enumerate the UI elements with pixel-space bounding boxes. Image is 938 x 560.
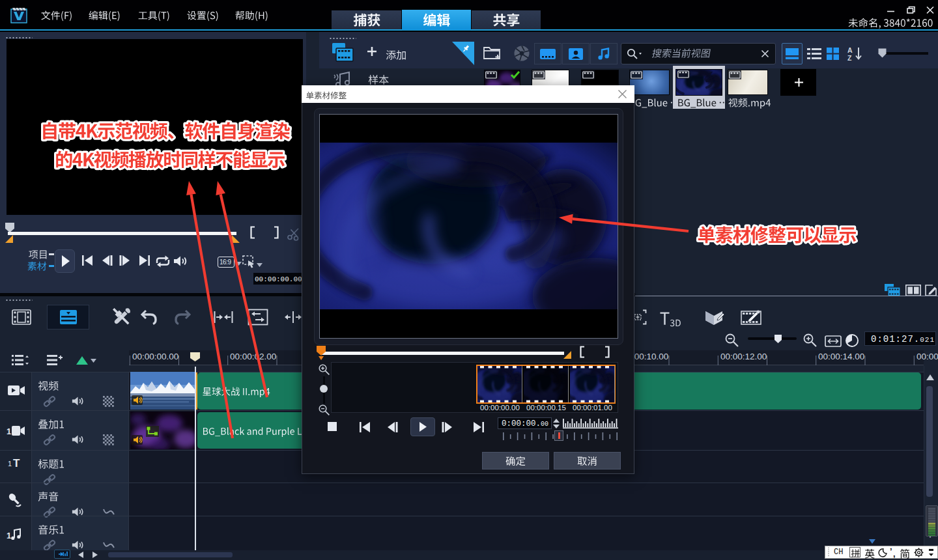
- svg-text:1: 1: [7, 531, 11, 540]
- svg-text:Z: Z: [847, 54, 852, 62]
- svg-text:A: A: [847, 46, 853, 54]
- svg-text:1: 1: [7, 427, 11, 436]
